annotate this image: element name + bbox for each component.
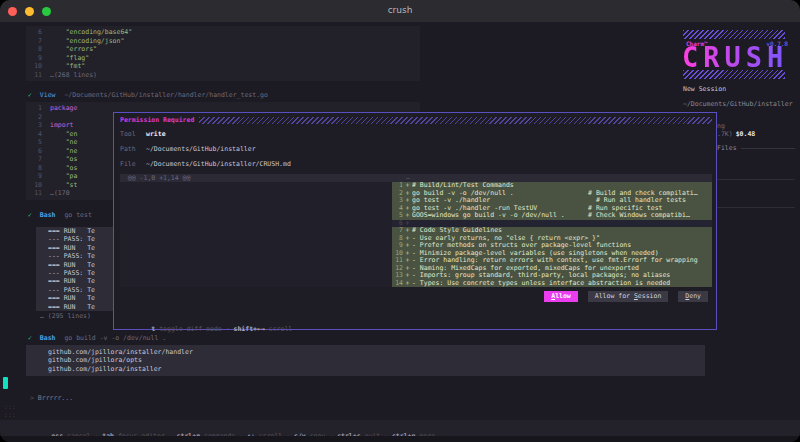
code-line: 9 "flag" [26, 54, 420, 63]
titlebar: crush [0, 0, 800, 23]
logo-hatch-bottom [683, 70, 785, 79]
dialog-help: t toggle diff mode · shift+←→ scroll [120, 317, 292, 325]
code-line: 11…(268 lines) [26, 71, 420, 80]
window-bottom-edge [0, 436, 800, 442]
permission-dialog: Permission Required Toolwrite Path~/Docu… [113, 112, 717, 330]
editor-cursor [3, 377, 8, 389]
output-line: github.com/jpillora/opts [48, 356, 705, 364]
tool-arg: go test [64, 211, 91, 219]
output-line: github.com/jpillora/installer [48, 365, 705, 373]
section-separator [717, 179, 795, 180]
diff-view[interactable]: 1+# Build/Lint/Test Commands 2+go build … [120, 182, 712, 287]
path-row: Path~/Documents/GitHub/installer [120, 145, 256, 154]
code-line: 6 "encoding/base64" [26, 28, 420, 37]
help-bar: esc cancel · tab focus editor · ctrl+p c… [0, 420, 800, 436]
allow-for-session-button[interactable]: Allow for Session [588, 291, 669, 302]
bash-build-output: github.com/jpillora/installer/handler gi… [26, 345, 705, 376]
header-hatch [199, 117, 712, 124]
diff-line: 3+go test -v ./handler # Run all handler… [392, 197, 712, 205]
dialog-header: Permission Required [120, 116, 712, 124]
check-icon: ✓ [28, 334, 32, 342]
editor-text: Brrrrr... [38, 394, 73, 402]
code-line: 7 "encoding/json" [26, 37, 420, 46]
diff-line: 14+- Types: Use concrete types unless in… [392, 280, 712, 288]
tool-call-view: ✓ View ~/Documents/GitHub/installer/hand… [28, 91, 268, 100]
truncation-note: … (295 lines) [40, 312, 91, 320]
tool-call-bash-test: ✓ Bash go test [28, 211, 92, 220]
dialog-title: Permission Required [120, 116, 194, 124]
diff-hunk-header: @@ -1,0 +1,14 @@— [120, 174, 712, 182]
diff-line: 1+# Build/Lint/Test Commands [392, 182, 712, 190]
code-line: 10 "fmt" [26, 62, 420, 71]
diff-line: 13+- Imports: group standard, third-part… [392, 272, 712, 280]
dialog-buttons: Allow Allow for Session Deny [544, 291, 708, 302]
tool-arg: go build -v -o /dev/null . [64, 334, 166, 342]
tool-call-bash-build: ✓ Bash go build -v -o /dev/null . [28, 334, 166, 343]
diff-line: 12+- Naming: MixedCaps for exported, mix… [392, 265, 712, 273]
model-fragment: ng [717, 122, 725, 130]
prompt-icon: > [30, 394, 38, 402]
tool-name: View [40, 91, 56, 99]
terminal-window: crush 6 "encoding/base64" 7 "encoding/js… [0, 0, 800, 442]
tool-arg: ~/Documents/GitHub/installer/handler/han… [64, 91, 268, 99]
diff-line: 7+# Code Style Guidelines [392, 227, 712, 235]
diff-line: 2+go build -v -o /dev/null . # Build and… [392, 190, 712, 198]
code-block-imports: 6 "encoding/base64" 7 "encoding/json" 8 … [26, 26, 420, 81]
diff-line: 11+- Error handling: return errors with … [392, 257, 712, 265]
files-section-header: Files [717, 144, 795, 152]
diff-line: 10+- Minimize package-level variables (u… [392, 250, 712, 258]
editor-gutter: ::: [4, 403, 16, 411]
deny-button[interactable]: Deny [678, 291, 708, 302]
logo-hatch-top [683, 30, 785, 39]
code-line: 8 "errors" [26, 45, 420, 54]
diff-line: 4+go test -v ./handler -run TestUV # Run… [392, 205, 712, 213]
section-separator [717, 207, 795, 208]
window-title: crush [0, 5, 800, 15]
check-icon: ✓ [28, 91, 32, 99]
cost-fragment: .7K)$0.48 [717, 130, 755, 138]
tool-name: Bash [40, 211, 56, 219]
editor-gutter: ::: [4, 411, 16, 419]
file-row: File~/Documents/GitHub/installer/CRUSH.m… [120, 160, 291, 169]
crush-wordmark: CRUSH [682, 45, 788, 70]
editor-input[interactable]: > Brrrrr... [30, 394, 73, 403]
diff-line: 8+- Use early returns, no "else { return… [392, 235, 712, 243]
allow-button[interactable]: Allow [544, 291, 578, 302]
output-line: github.com/jpillora/installer/handler [48, 348, 705, 356]
diff-old-pane [120, 182, 392, 287]
terminal-screen: 6 "encoding/base64" 7 "encoding/json" 8 … [0, 22, 800, 442]
diff-line: 6+ [392, 220, 712, 228]
check-icon: ✓ [28, 211, 32, 219]
session-cwd: ~/Documents/GitHub/installer [683, 100, 793, 108]
tool-row: Toolwrite [120, 130, 166, 139]
diff-line: 5+GOOS=windows go build -v -o /dev/null … [392, 212, 712, 220]
diff-line: 9+- Prefer methods on structs over packa… [392, 242, 712, 250]
tool-name: Bash [40, 334, 56, 342]
session-title: New Session [683, 85, 726, 93]
diff-new-pane: 1+# Build/Lint/Test Commands 2+go build … [392, 182, 712, 287]
